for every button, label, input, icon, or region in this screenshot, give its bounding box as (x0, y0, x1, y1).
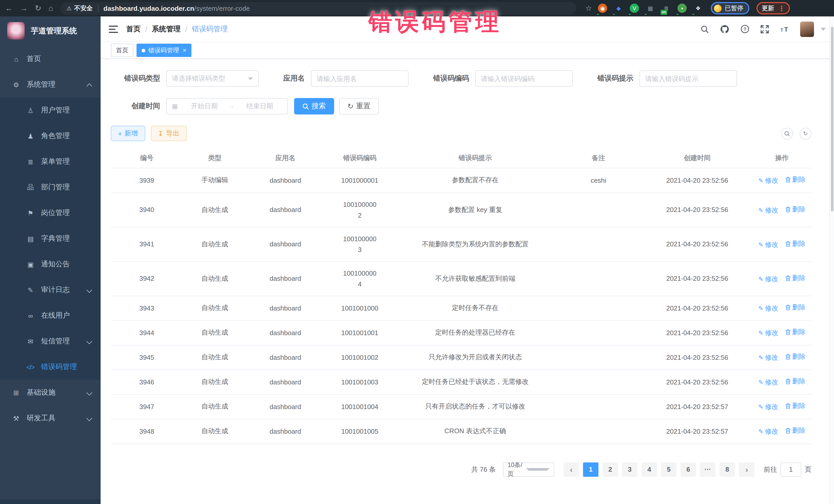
sidebar-menu-item[interactable]: ∞ 在线用户 (0, 303, 101, 328)
delete-link[interactable]: 删除 (785, 273, 806, 283)
chevron-down-icon (526, 468, 550, 470)
not-secure-label: 不安全 (74, 4, 93, 13)
search-icon[interactable] (700, 24, 709, 34)
profile-paused-badge[interactable]: 已暂停 (711, 2, 749, 14)
sidebar-menu-item[interactable]: ⚙ 系统管理 (0, 72, 101, 97)
hamburger-icon[interactable] (109, 25, 118, 32)
tab-label: 错误码管理 (148, 46, 179, 54)
sidebar-menu-item[interactable]: ✉ 短信管理 (0, 328, 101, 354)
breadcrumb-item[interactable]: 错误码管理 (192, 24, 228, 34)
errcode-type-select[interactable]: 请选择错误码类型 (166, 70, 259, 87)
github-icon[interactable] (720, 24, 729, 34)
extension-shield[interactable]: ◉ (598, 4, 607, 13)
fullscreen-icon[interactable] (760, 24, 769, 34)
export-button[interactable]: ↧ 导出 (151, 126, 186, 141)
delete-link[interactable]: 删除 (785, 204, 806, 214)
home-icon[interactable]: ⌂ (48, 0, 53, 17)
edit-link[interactable]: ✎修改 (758, 353, 778, 363)
menu-item-label: 研发工具 (27, 414, 56, 423)
search-button[interactable]: 搜索 (294, 98, 334, 114)
page-button[interactable]: 3 (622, 462, 637, 477)
view-tab[interactable]: 错误码管理 × (136, 44, 192, 57)
reload-icon[interactable]: ↻ (35, 0, 41, 17)
app-name-input[interactable] (311, 70, 409, 87)
user-avatar[interactable] (800, 21, 814, 37)
sidebar-menu-item[interactable]: ≣ 菜单管理 (0, 149, 101, 175)
toggle-search-button[interactable] (781, 128, 793, 139)
errcode-code-input[interactable] (475, 70, 573, 87)
sidebar-menu-item[interactable]: ▤ 字典管理 (0, 226, 101, 251)
prev-page-button[interactable]: ‹ (564, 462, 579, 477)
errcode-msg-input[interactable] (639, 70, 737, 87)
sidebar-menu-item[interactable]: ⚒ 研发工具 (0, 406, 101, 431)
delete-link[interactable]: 删除 (785, 352, 806, 361)
sidebar-menu-item[interactable]: ♟ 角色管理 (0, 123, 101, 149)
extension-puzzle[interactable]: ❖ (694, 4, 703, 13)
edit-icon: ✎ (758, 206, 764, 214)
reset-button[interactable]: ↻ 重置 (339, 98, 378, 114)
page-size-select[interactable]: 10条/页 (503, 462, 554, 477)
page-button[interactable]: 5 (661, 462, 676, 477)
extension-gem[interactable]: ◆ (614, 4, 623, 13)
extension-proxy[interactable]: ≣on (662, 4, 671, 13)
next-page-button[interactable]: › (739, 462, 754, 477)
delete-link[interactable]: 删除 (785, 401, 806, 411)
table-row: 3939 手动编辑 dashboard 1001000001 参数配置不存在 c… (111, 168, 811, 193)
delete-link[interactable]: 删除 (785, 377, 806, 386)
edit-link[interactable]: ✎修改 (758, 274, 778, 284)
delete-link[interactable]: 删除 (785, 175, 806, 184)
edit-link[interactable]: ✎修改 (758, 378, 778, 387)
edit-icon: ✎ (758, 403, 764, 411)
menu-item-label: 错误码管理 (41, 363, 77, 372)
create-time-range-picker[interactable]: ▦ 开始日期 - 结束日期 (166, 98, 288, 114)
view-tab[interactable]: 首页 × (111, 44, 133, 57)
refresh-table-button[interactable]: ↻ (799, 128, 811, 139)
extension-v[interactable]: V (630, 4, 639, 13)
delete-link[interactable]: 删除 (785, 239, 806, 248)
sidebar-menu: ⌂ 首页 ⚙ 系统管理 ♙ 用户管理 (0, 46, 101, 431)
breadcrumb-item[interactable]: 首页 / (126, 24, 152, 34)
page-button[interactable]: 6 (681, 462, 696, 477)
edit-link[interactable]: ✎修改 (758, 427, 778, 436)
page-button[interactable]: 1 (583, 462, 598, 477)
sidebar-menu-item[interactable]: ▣ 通知公告 (0, 251, 101, 277)
forward-icon[interactable]: → (20, 0, 28, 17)
close-icon[interactable]: × (183, 47, 186, 53)
edit-link[interactable]: ✎修改 (758, 176, 778, 185)
browser-update-button[interactable]: 更新 ⋮ (756, 2, 790, 14)
sidebar-menu-item[interactable]: 品 部门管理 (0, 175, 101, 200)
sidebar-menu-item[interactable]: ♙ 用户管理 (0, 97, 101, 123)
browser-menu-icon[interactable]: ⋮ (778, 4, 785, 12)
page-button[interactable]: 8 (720, 462, 735, 477)
sidebar-menu-item[interactable]: ⌂ 首页 (0, 46, 101, 72)
edit-link[interactable]: ✎修改 (758, 328, 778, 338)
page-scrollbar[interactable] (829, 17, 834, 504)
page-button[interactable]: 4 (641, 462, 657, 477)
cell-type: 自动生成 (183, 345, 247, 370)
page-button[interactable]: 2 (602, 462, 618, 477)
add-button[interactable]: + 新增 (111, 126, 145, 141)
sidebar-menu-item[interactable]: ⚑ 岗位管理 (0, 200, 101, 226)
sidebar-menu-item[interactable]: ✎ 审计日志 (0, 277, 101, 303)
scrollbar-thumb[interactable] (831, 27, 833, 212)
bookmark-star-icon[interactable]: ☆ (585, 4, 592, 12)
breadcrumb-item[interactable]: 系统管理 / (152, 24, 192, 34)
delete-link[interactable]: 删除 (785, 303, 806, 312)
help-icon[interactable]: ? (740, 24, 749, 34)
sidebar-menu-item[interactable]: </> 错误码管理 (0, 354, 101, 380)
extension-grid[interactable]: ▦ (646, 4, 655, 13)
delete-link[interactable]: 删除 (785, 426, 806, 435)
goto-page-input[interactable] (781, 462, 801, 477)
font-size-icon[interactable]: TT (780, 24, 789, 34)
edit-link[interactable]: ✎修改 (758, 205, 778, 215)
edit-link[interactable]: ✎修改 (758, 240, 778, 249)
edit-link[interactable]: ✎修改 (758, 304, 778, 313)
avatar-caret-icon[interactable] (821, 27, 826, 30)
app-logo[interactable]: 芋道管理系统 (0, 17, 101, 45)
extension-key[interactable]: • (678, 4, 687, 13)
edit-link[interactable]: ✎修改 (758, 402, 778, 412)
page-button[interactable]: ··· (700, 462, 716, 477)
delete-link[interactable]: 删除 (785, 327, 806, 337)
sidebar-menu-item[interactable]: ⊞ 基础设施 (0, 380, 101, 406)
back-icon[interactable]: ← (5, 0, 13, 17)
